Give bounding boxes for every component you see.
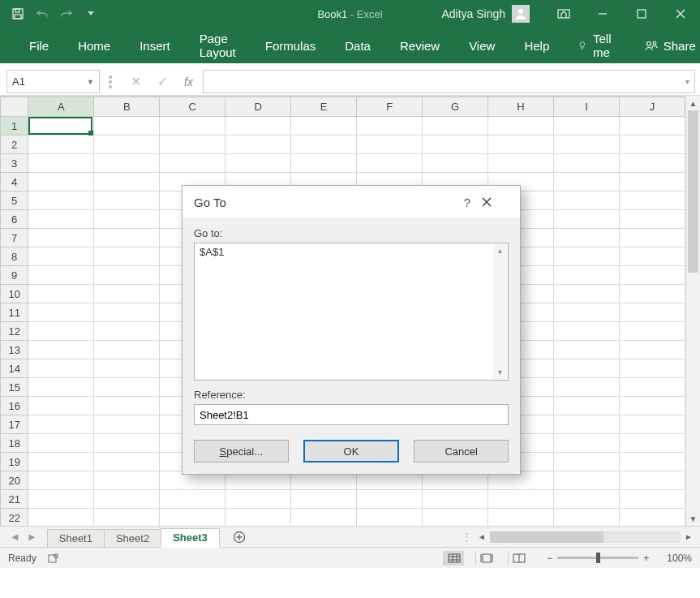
row-header-17[interactable]: 17	[1, 415, 28, 434]
cell-J2[interactable]	[619, 136, 685, 154]
maximize-button[interactable]	[622, 0, 661, 28]
cell-I22[interactable]	[554, 509, 620, 527]
cell-A18[interactable]	[28, 434, 94, 453]
cell-D1[interactable]	[225, 117, 291, 136]
row-header-19[interactable]: 19	[1, 453, 28, 471]
reference-input[interactable]	[194, 404, 509, 425]
cancel-formula-icon[interactable]: ✕	[131, 74, 141, 89]
share-button[interactable]: Share	[644, 39, 696, 53]
minimize-button[interactable]	[583, 0, 622, 28]
new-sheet-button[interactable]	[227, 527, 251, 547]
cell-B15[interactable]	[94, 378, 160, 397]
row-header-15[interactable]: 15	[1, 378, 28, 397]
cell-I1[interactable]	[554, 117, 620, 136]
undo-icon[interactable]	[36, 7, 49, 20]
cell-B20[interactable]	[94, 471, 160, 490]
cell-A2[interactable]	[28, 136, 94, 154]
cell-I12[interactable]	[554, 322, 620, 341]
cell-A15[interactable]	[28, 378, 94, 397]
cell-J16[interactable]	[619, 397, 685, 415]
expand-formula-bar-icon[interactable]: ▾	[685, 77, 689, 86]
cell-B16[interactable]	[94, 397, 160, 415]
cell-F2[interactable]	[357, 136, 423, 154]
cell-J3[interactable]	[619, 154, 685, 173]
cell-A3[interactable]	[28, 154, 94, 173]
cell-I7[interactable]	[554, 229, 620, 247]
sheet-tab-sheet1[interactable]: Sheet1	[47, 529, 105, 547]
row-header-13[interactable]: 13	[1, 341, 28, 359]
cell-B12[interactable]	[94, 322, 160, 341]
cell-B10[interactable]	[94, 285, 160, 303]
col-header-A[interactable]: A	[28, 97, 94, 117]
cell-J7[interactable]	[619, 229, 685, 247]
cell-D2[interactable]	[225, 136, 291, 154]
cell-H21[interactable]	[488, 490, 554, 509]
cell-J15[interactable]	[619, 378, 685, 397]
cell-I18[interactable]	[554, 434, 620, 453]
cell-H3[interactable]	[488, 154, 554, 173]
zoom-track[interactable]	[557, 557, 638, 559]
cell-B5[interactable]	[94, 191, 160, 210]
row-header-3[interactable]: 3	[1, 154, 28, 173]
sheet-next-icon[interactable]: ►	[27, 531, 37, 543]
row-header-4[interactable]: 4	[1, 173, 28, 191]
cell-B17[interactable]	[94, 415, 160, 434]
cell-B3[interactable]	[94, 154, 160, 173]
tab-page-layout[interactable]: Page Layout	[185, 28, 251, 63]
cell-B19[interactable]	[94, 453, 160, 471]
cell-I2[interactable]	[554, 136, 620, 154]
redo-icon[interactable]	[60, 7, 73, 20]
tab-file[interactable]: File	[15, 28, 63, 63]
zoom-in-icon[interactable]: +	[643, 553, 649, 564]
cell-C2[interactable]	[160, 136, 225, 154]
cell-A6[interactable]	[28, 210, 94, 229]
cell-I13[interactable]	[554, 341, 620, 359]
sheet-prev-icon[interactable]: ◄	[10, 531, 20, 543]
cell-J1[interactable]	[619, 117, 685, 136]
sheet-nav-arrows[interactable]: ◄ ►	[0, 527, 47, 547]
dialog-titlebar[interactable]: Go To ?	[183, 186, 520, 218]
cell-J4[interactable]	[619, 173, 685, 191]
listbox-scrollbar[interactable]: ▲▼	[493, 244, 507, 379]
row-header-7[interactable]: 7	[1, 229, 28, 247]
cell-I16[interactable]	[554, 397, 620, 415]
row-header-5[interactable]: 5	[1, 191, 28, 210]
cell-A4[interactable]	[28, 173, 94, 191]
scroll-up-icon[interactable]: ▲	[686, 96, 700, 110]
tab-data[interactable]: Data	[330, 28, 385, 63]
scroll-left-icon[interactable]: ◄	[475, 532, 488, 541]
cell-I20[interactable]	[554, 471, 620, 490]
account-area[interactable]: Aditya Singh	[441, 5, 530, 23]
cell-J22[interactable]	[619, 509, 685, 527]
cell-D22[interactable]	[225, 509, 291, 527]
cell-I19[interactable]	[554, 453, 620, 471]
ok-button[interactable]: OK	[303, 440, 400, 462]
cell-A11[interactable]	[28, 303, 94, 322]
dialog-close-button[interactable]	[481, 196, 509, 208]
row-header-21[interactable]: 21	[1, 490, 28, 509]
row-header-11[interactable]: 11	[1, 303, 28, 322]
cell-A1[interactable]	[28, 117, 94, 136]
tab-insert[interactable]: Insert	[125, 28, 185, 63]
cell-B6[interactable]	[94, 210, 160, 229]
page-break-view-button[interactable]	[508, 551, 529, 566]
cell-H2[interactable]	[488, 136, 554, 154]
cell-C1[interactable]	[160, 117, 225, 136]
cell-J8[interactable]	[619, 247, 685, 266]
cell-J14[interactable]	[619, 359, 685, 378]
cell-C22[interactable]	[160, 509, 225, 527]
tab-home[interactable]: Home	[63, 28, 125, 63]
cell-I11[interactable]	[554, 303, 620, 322]
row-header-16[interactable]: 16	[1, 397, 28, 415]
grip-dots-icon[interactable]	[100, 68, 121, 95]
name-box[interactable]: A1 ▼	[6, 70, 100, 93]
cell-B8[interactable]	[94, 247, 160, 266]
col-header-E[interactable]: E	[291, 97, 357, 117]
goto-list-item[interactable]: $A$1	[200, 246, 503, 258]
qat-dropdown-icon[interactable]	[84, 7, 97, 20]
col-header-D[interactable]: D	[225, 97, 291, 117]
save-icon[interactable]	[11, 7, 24, 20]
zoom-level[interactable]: 100%	[667, 553, 692, 564]
cell-F22[interactable]	[357, 509, 423, 527]
cell-E22[interactable]	[291, 509, 357, 527]
